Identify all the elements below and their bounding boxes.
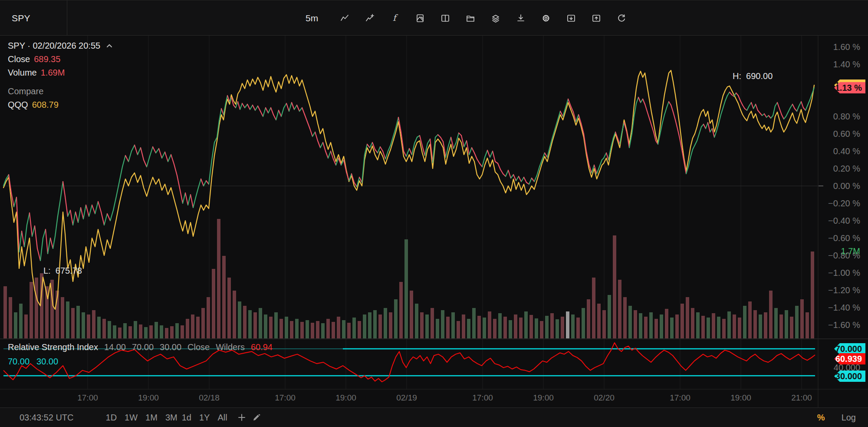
timeframe-button[interactable]: 5m: [299, 10, 324, 26]
trading-app: SPY 5m f SPY · 02/20/2026 20:55 Close 68…: [0, 0, 868, 427]
chevron-up-icon[interactable]: [106, 43, 113, 49]
line-chart-icon: [340, 13, 349, 23]
edit-ranges-button[interactable]: [252, 413, 261, 422]
compare-symbol: QQQ: [8, 100, 28, 110]
log-scale-toggle[interactable]: Log: [842, 413, 856, 423]
range-button-3m[interactable]: 3M: [161, 412, 181, 424]
image-icon: [415, 13, 425, 23]
legend-title-row[interactable]: SPY · 02/20/2026 20:55: [8, 39, 113, 53]
legend-volume-row: Volume 1.69M: [8, 66, 113, 79]
time-axis-label: 02/19: [396, 393, 417, 403]
settings-gear-icon: [541, 13, 551, 23]
compare-value: 608.79: [32, 100, 59, 110]
rsi-name: Relative Strength Index: [8, 342, 98, 352]
compare-label: Compare: [8, 86, 43, 96]
folder-icon: [466, 13, 475, 23]
split-layout-button[interactable]: [433, 6, 458, 31]
time-axis-label: 02/20: [594, 393, 615, 403]
rsi-legend-row1[interactable]: Relative Strength Index14.0070.0030.00Cl…: [8, 342, 273, 352]
function-button[interactable]: f: [382, 6, 408, 31]
compare-symbol-row[interactable]: QQQ 608.79: [8, 98, 113, 112]
refresh-icon: [617, 13, 626, 23]
price-axis-tick: −1.20 %: [823, 285, 860, 295]
rsi-level-70: 70.00: [8, 357, 30, 366]
price-axis-tick: 0.40 %: [823, 146, 860, 156]
volume-label: Volume: [8, 68, 37, 78]
close-value: 689.35: [34, 54, 60, 64]
price-axis-tick: −1.60 %: [823, 320, 860, 330]
price-axis-tick: −0.60 %: [823, 233, 860, 243]
time-axis-label: 19:00: [533, 393, 554, 403]
range-button-1w[interactable]: 1W: [121, 412, 141, 424]
line-chart-button[interactable]: [332, 6, 357, 31]
time-axis-label: 19:00: [335, 393, 356, 403]
image-button[interactable]: [408, 6, 433, 31]
range-button-1d[interactable]: 1D: [102, 412, 121, 424]
pencil-icon: [252, 413, 261, 422]
symbol-tab[interactable]: SPY: [0, 0, 67, 36]
price-axis-tick: −0.20 %: [823, 199, 860, 209]
close-label: Close: [8, 54, 30, 64]
price-axis-tick: −0.40 %: [823, 216, 860, 226]
price-axis-tick: 0.60 %: [823, 129, 860, 139]
legend-close-row: Close 689.35: [8, 53, 113, 66]
toolbar-icon-row: f: [332, 6, 634, 31]
time-axis-label: 17:00: [670, 393, 690, 403]
rsi-mid-tick: 40.000: [823, 363, 860, 373]
compare-add-button[interactable]: [357, 6, 382, 31]
plus-icon: [237, 413, 246, 422]
time-axis-label: 02/18: [199, 393, 220, 403]
chart-legend: SPY · 02/20/2026 20:55 Close 689.35 Volu…: [8, 39, 113, 112]
rsi-current-value: 60.94: [251, 342, 273, 352]
compare-header-row: Compare: [8, 85, 113, 98]
price-axis-tick: 1.40 %: [823, 60, 860, 70]
export-folder-button[interactable]: [584, 6, 609, 31]
bottom-toolbar: 03:43:52 UTC 1D1W1M3M1d1YAll % Log: [0, 407, 868, 427]
refresh-button[interactable]: [609, 6, 634, 31]
layers-button[interactable]: [483, 6, 508, 31]
time-axis-label: 17:00: [275, 393, 296, 403]
rsi-level-30: 30.00: [36, 357, 58, 366]
function-icon: f: [390, 13, 400, 23]
price-axis-tick: 0.20 %: [823, 164, 860, 174]
symbol-label: SPY: [12, 13, 30, 23]
price-axis-tick: −1.40 %: [823, 303, 860, 313]
toolbar-actions: 5m f: [299, 0, 634, 36]
split-layout-icon: [441, 13, 450, 23]
rsi-param-smoothing: Wilders: [216, 342, 245, 352]
price-axis-tick: 0.00 %: [823, 181, 860, 191]
time-axis-label: 17:00: [77, 393, 98, 403]
volume-axis-label: 1.7M: [823, 246, 860, 256]
volume-value: 1.69M: [41, 68, 65, 78]
time-axis-label: 17:00: [472, 393, 493, 403]
price-axis-tick: 0.80 %: [823, 112, 860, 122]
percent-scale-toggle[interactable]: %: [817, 413, 825, 423]
range-button-1m[interactable]: 1M: [141, 412, 161, 424]
rsi-param-length: 14.00: [104, 342, 126, 352]
time-axis-label: 19:00: [138, 393, 159, 403]
rsi-legend-row2: 70.0030.00: [8, 357, 273, 367]
axis-mode-toggles: % Log: [817, 408, 856, 427]
time-axis-label: 19:00: [730, 393, 751, 403]
compare-add-icon: [365, 13, 375, 23]
import-folder-icon: [566, 13, 576, 23]
price-axis-tick: −1.00 %: [823, 268, 860, 278]
range-button-1d[interactable]: 1d: [181, 412, 195, 424]
range-button-all[interactable]: All: [214, 412, 231, 424]
range-buttons: 1D1W1M3M1d1YAll: [102, 412, 231, 424]
settings-gear-button[interactable]: [533, 6, 559, 31]
add-range-button[interactable]: [237, 413, 246, 422]
time-axis-label: 21:00: [791, 393, 812, 403]
folder-button[interactable]: [458, 6, 483, 31]
rsi-param-upper: 70.00: [132, 342, 154, 352]
legend-title: SPY · 02/20/2026 20:55: [8, 41, 100, 51]
low-marker-label: L: 675.78: [43, 266, 82, 276]
spy-price-badge: 1.13 %: [834, 82, 865, 93]
download-button[interactable]: [508, 6, 533, 31]
top-toolbar: SPY 5m f: [0, 0, 868, 36]
export-folder-icon: [592, 13, 601, 23]
price-axis-tick: 1.60 %: [823, 42, 860, 52]
clock-utc[interactable]: 03:43:52 UTC: [20, 413, 74, 423]
import-folder-button[interactable]: [559, 6, 584, 31]
range-button-1y[interactable]: 1Y: [195, 412, 214, 424]
